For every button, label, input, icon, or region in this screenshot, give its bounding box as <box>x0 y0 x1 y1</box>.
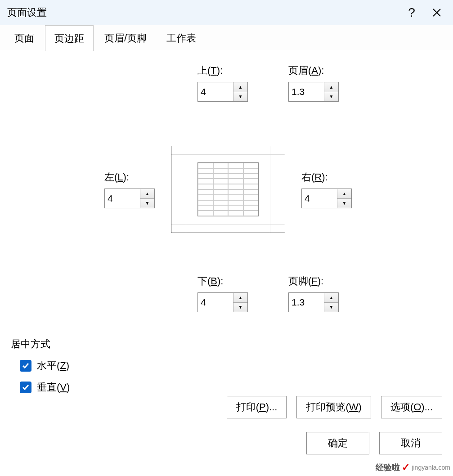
header-margin-input[interactable] <box>289 82 324 101</box>
header-margin-label: 页眉(A): <box>288 64 339 77</box>
dialog-title: 页面设置 <box>7 6 399 19</box>
tab-margins[interactable]: 页边距 <box>45 25 94 51</box>
spin-down-icon[interactable]: ▼ <box>324 92 338 102</box>
top-margin-spinner[interactable]: ▲▼ <box>197 82 248 102</box>
center-horizontal-label: 水平(Z) <box>37 359 69 373</box>
center-horizontal-checkbox[interactable] <box>20 360 31 372</box>
check-icon <box>22 384 29 391</box>
margin-preview <box>171 146 285 233</box>
cancel-button[interactable]: 取消 <box>379 432 442 454</box>
center-heading: 居中方式 <box>11 337 442 351</box>
spin-down-icon[interactable]: ▼ <box>140 199 154 208</box>
spin-up-icon[interactable]: ▲ <box>324 82 338 92</box>
print-button[interactable]: 打印(P)... <box>227 396 287 418</box>
spin-down-icon[interactable]: ▼ <box>233 303 247 312</box>
check-icon: ✓ <box>402 462 410 473</box>
spin-down-icon[interactable]: ▼ <box>337 199 351 208</box>
page-setup-dialog: 页面设置 ? 页面 页边距 页眉/页脚 工作表 上(T): ▲▼ <box>0 0 453 476</box>
tab-header-footer[interactable]: 页眉/页脚 <box>95 25 156 51</box>
left-margin-input[interactable] <box>105 189 140 208</box>
right-margin-input[interactable] <box>302 189 337 208</box>
close-button[interactable] <box>424 0 449 25</box>
close-icon <box>432 8 441 17</box>
spin-down-icon[interactable]: ▼ <box>324 303 338 312</box>
center-vertical-label: 垂直(V) <box>37 381 70 394</box>
spin-up-icon[interactable]: ▲ <box>233 293 247 303</box>
right-margin-label: 右(R): <box>301 171 352 184</box>
center-vertical-checkbox[interactable] <box>20 382 31 393</box>
right-margin-spinner[interactable]: ▲▼ <box>301 189 352 208</box>
left-margin-label: 左(L): <box>104 171 155 184</box>
spin-up-icon[interactable]: ▲ <box>324 293 338 303</box>
top-margin-label: 上(T): <box>197 64 248 77</box>
tab-sheet[interactable]: 工作表 <box>157 25 205 51</box>
bottom-margin-input[interactable] <box>198 293 233 312</box>
tab-page[interactable]: 页面 <box>5 25 43 51</box>
help-button[interactable]: ? <box>399 0 424 25</box>
watermark: 经验啦 ✓ jingyanla.com <box>376 462 450 473</box>
ok-button[interactable]: 确定 <box>306 432 369 454</box>
header-margin-spinner[interactable]: ▲▼ <box>288 82 339 102</box>
options-button[interactable]: 选项(O)... <box>381 396 442 418</box>
footer-margin-input[interactable] <box>289 293 324 312</box>
left-margin-spinner[interactable]: ▲▼ <box>104 189 155 208</box>
print-preview-button[interactable]: 打印预览(W) <box>296 396 371 418</box>
bottom-margin-spinner[interactable]: ▲▼ <box>197 292 248 312</box>
top-margin-input[interactable] <box>198 82 233 101</box>
spin-down-icon[interactable]: ▼ <box>233 92 247 102</box>
footer-margin-label: 页脚(F): <box>288 274 339 288</box>
spin-up-icon[interactable]: ▲ <box>233 82 247 92</box>
bottom-margin-label: 下(B): <box>197 274 248 288</box>
preview-grid-icon <box>197 162 259 216</box>
check-icon <box>22 362 29 369</box>
content-area: 上(T): ▲▼ 页眉(A): ▲▼ 左(L <box>0 51 453 461</box>
footer-margin-spinner[interactable]: ▲▼ <box>288 292 339 312</box>
tabstrip: 页面 页边距 页眉/页脚 工作表 <box>0 25 453 51</box>
spin-up-icon[interactable]: ▲ <box>140 189 154 199</box>
spin-up-icon[interactable]: ▲ <box>337 189 351 199</box>
titlebar: 页面设置 ? <box>0 0 453 25</box>
